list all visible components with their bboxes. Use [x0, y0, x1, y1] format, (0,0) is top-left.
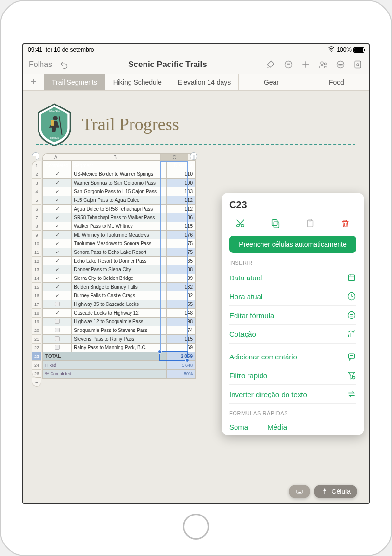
cell-segment[interactable]: US-Mexico Border to Warner Springs — [72, 170, 167, 179]
quick-filter-item[interactable]: Filtro rapido — [229, 366, 356, 385]
table-row[interactable]: ✓Sonora Pass to Echo Lake Resort75 — [43, 248, 195, 257]
table-row[interactable]: ✓Tuolumne Meadows to Sonora Pass75 — [43, 239, 195, 248]
cell-distance[interactable]: 148 — [167, 309, 195, 318]
cell-segment[interactable]: Highway 35 to Cascade Locks — [72, 300, 167, 309]
tab-gear[interactable]: Gear — [239, 74, 304, 90]
cell-segment[interactable]: Tuolumne Meadows to Sonora Pass — [72, 239, 167, 248]
tab-elevation[interactable]: Elevation 14 days — [170, 74, 239, 90]
cell-completed[interactable]: ✓ — [43, 222, 72, 231]
cell-distance[interactable]: 133 — [167, 187, 195, 196]
table-corner-handle[interactable] — [32, 152, 39, 160]
row-number[interactable]: 8 — [32, 222, 41, 231]
row-number[interactable]: 11 — [32, 248, 41, 257]
add-icon[interactable] — [299, 57, 313, 72]
cell-pill[interactable]: Célula — [314, 485, 357, 498]
row-number[interactable]: 7 — [32, 213, 41, 222]
row-number[interactable]: 26 — [32, 370, 41, 378]
inspector-icon[interactable] — [351, 57, 365, 72]
cell-distance[interactable]: 112 — [167, 205, 195, 213]
cell-completed[interactable]: ✓ — [43, 283, 72, 291]
column-headers[interactable]: A B C — [42, 153, 196, 161]
table-row-handle[interactable]: = — [32, 378, 41, 387]
table-row[interactable]: ✓San Gorgonio Pass to I-15 Cajon Pass133 — [43, 187, 195, 196]
row-number[interactable]: 17 — [32, 300, 41, 309]
summary-value[interactable]: 80% — [167, 370, 195, 378]
format-icon[interactable] — [281, 57, 296, 72]
cell-distance[interactable]: 115 — [167, 222, 195, 231]
row-number[interactable]: 14 — [32, 274, 41, 283]
row-number[interactable]: 12 — [32, 257, 41, 265]
cell-segment[interactable]: Donner Pass to Sierra City — [72, 265, 167, 274]
cell-distance[interactable]: 132 — [167, 283, 195, 291]
row-number[interactable]: 2 — [32, 170, 41, 179]
table-row[interactable]: ✓Burney Falls to Castle Crags82 — [43, 291, 195, 300]
cell-segment[interactable]: I-15 Cajon Pass to Agua Dulce — [72, 196, 167, 205]
cell-segment[interactable]: Rainy Pass to Manning Park, B.C. — [72, 344, 167, 352]
insert-time-item[interactable]: Hora atual — [229, 287, 356, 306]
undo-icon[interactable] — [57, 57, 71, 72]
table-row[interactable]: ✓SR58 Tehachapi Pass to Walker Pass86 — [43, 213, 195, 222]
spreadsheet[interactable]: || A B C 1234567891011121314151617181920… — [31, 153, 196, 379]
formula-sum[interactable]: Soma — [229, 423, 248, 431]
cell-completed[interactable]: ✓ — [43, 205, 72, 213]
summary-label[interactable]: Hiked — [43, 361, 167, 370]
cell-completed[interactable]: ✓ — [43, 257, 72, 265]
cell-completed[interactable] — [43, 335, 72, 344]
table-row[interactable]: ✓Echo Lake Resort to Donner Pass65 — [43, 257, 195, 265]
tab-trail-segments[interactable]: Trail Segments — [44, 74, 105, 90]
cell-segment[interactable]: Cascade Locks to Highway 12 — [72, 309, 167, 318]
cell-completed[interactable] — [43, 318, 72, 326]
cell-completed[interactable]: ✓ — [43, 291, 72, 300]
row-number[interactable]: 18 — [32, 309, 41, 318]
row-number[interactable]: 21 — [32, 335, 41, 344]
cell-segment[interactable]: Agua Dulce to SR58 Tehachapi Pass — [72, 205, 167, 213]
cell-distance[interactable]: 69 — [167, 344, 195, 352]
cell-distance[interactable]: 100 — [167, 179, 195, 187]
table-row[interactable]: Rainy Pass to Manning Park, B.C.69 — [43, 344, 195, 352]
stock-quote-item[interactable]: Cotação — [229, 325, 356, 344]
table-row[interactable]: ✓Walker Pass to Mt. Whitney115 — [43, 222, 195, 231]
cell-distance[interactable]: 112 — [167, 196, 195, 205]
cell-segment[interactable]: Sonora Pass to Echo Lake Resort — [72, 248, 167, 257]
keyboard-pill[interactable] — [289, 485, 310, 498]
cell-distance[interactable]: 89 — [167, 274, 195, 283]
table-row[interactable]: Stevens Pass to Rainy Pass115 — [43, 335, 195, 344]
row-numbers[interactable]: 1234567891011121314151617181920212223242… — [32, 161, 41, 378]
table-row[interactable]: ✓US-Mexico Border to Warner Springs110 — [43, 170, 195, 179]
tab-food[interactable]: Food — [304, 74, 369, 90]
row-number[interactable]: 6 — [32, 205, 41, 213]
edit-formula-item[interactable]: Editar fórmula — [229, 306, 356, 325]
summary-value[interactable]: 1 648 — [167, 361, 195, 370]
cell-distance[interactable]: 110 — [167, 170, 195, 179]
sheets-button[interactable]: Folhas — [27, 60, 54, 69]
cell-segment[interactable]: Warner Springs to San Gorgonio Pass — [72, 179, 167, 187]
cell-segment[interactable]: Echo Lake Resort to Donner Pass — [72, 257, 167, 265]
table-col-handle[interactable]: || — [190, 152, 197, 160]
cell-completed[interactable]: ✓ — [43, 187, 72, 196]
cell-completed[interactable] — [43, 300, 72, 309]
row-number[interactable]: 10 — [32, 239, 41, 248]
cell-completed[interactable]: ✓ — [43, 274, 72, 283]
table-row[interactable]: Highway 35 to Cascade Locks55 — [43, 300, 195, 309]
cell-distance[interactable]: 86 — [167, 213, 195, 222]
cell-segment[interactable]: Highway 12 to Snoqualmie Pass — [72, 318, 167, 326]
summary-label[interactable]: TOTAL — [43, 352, 167, 361]
col-header-selected[interactable]: C — [161, 154, 188, 160]
row-number[interactable]: 16 — [32, 291, 41, 300]
summary-row-hiked[interactable]: Hiked1 648 — [43, 361, 195, 370]
insert-date-item[interactable]: Data atual — [229, 268, 356, 287]
row-number[interactable]: 1 — [32, 161, 41, 170]
cell-distance[interactable]: 74 — [167, 326, 195, 335]
row-number[interactable]: 24 — [32, 361, 41, 370]
cell-segment[interactable]: SR58 Tehachapi Pass to Walker Pass — [72, 213, 167, 222]
table-row[interactable]: Snoqualmie Pass to Stevens Pass74 — [43, 326, 195, 335]
col-header[interactable]: A — [43, 154, 69, 160]
delete-icon[interactable] — [339, 217, 352, 230]
row-number[interactable]: 9 — [32, 231, 41, 239]
cell-distance[interactable]: 75 — [167, 239, 195, 248]
canvas[interactable]: SCENIC TRAILS Trail Progress || A B C 12… — [23, 91, 369, 503]
collaborate-icon[interactable] — [316, 57, 330, 72]
cell-segment[interactable]: Walker Pass to Mt. Whitney — [72, 222, 167, 231]
summary-row-pct[interactable]: % Completed80% — [43, 370, 195, 378]
cell-completed[interactable]: ✓ — [43, 170, 72, 179]
